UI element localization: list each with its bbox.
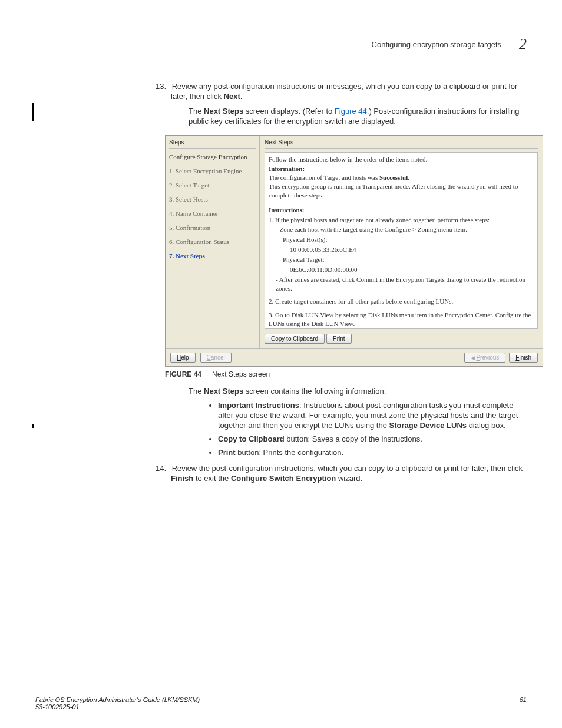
header-title: Configuring encryption storage targets — [372, 40, 501, 49]
wizard-step-7: 7. Next Steps — [169, 249, 256, 263]
bullet-list: Important Instructions: Instructions abo… — [189, 401, 527, 457]
page: Configuring encryption storage targets 2… — [0, 0, 562, 484]
bullet-important-instructions: Important Instructions: Instructions abo… — [218, 401, 527, 431]
help-button[interactable]: HHelpelp — [170, 353, 196, 363]
cancel-button: CancelCancel — [200, 353, 232, 363]
copy-to-clipboard-button[interactable]: Copy to Clipboard — [265, 334, 325, 344]
instr-1a: - Zone each host with the target using t… — [269, 225, 534, 234]
instructions-heading: Instructions: — [269, 206, 534, 215]
wizard-step-3: 3. Select Hosts — [169, 192, 256, 206]
action-button-row: Copy to Clipboard Print — [265, 334, 538, 344]
steps-heading: Steps — [169, 139, 256, 149]
instructions-textbox: Follow the instructions below in the ord… — [265, 152, 538, 329]
wizard-steps-panel: Steps Configure Storage Encryption 1. Se… — [166, 136, 260, 348]
wizard-step-1: 1. Select Encryption Engine — [169, 164, 256, 178]
change-bar — [32, 424, 34, 428]
previous-button: ◀PreviousPrevious — [464, 353, 505, 363]
wizard-step-2: 2. Select Target — [169, 178, 256, 192]
wizard-bottom-bar: HHelpelp CancelCancel ◀PreviousPrevious … — [166, 348, 543, 366]
step-number: 13. — [156, 82, 170, 91]
info-lead: Follow the instructions below in the ord… — [269, 155, 534, 164]
bullet-copy: Copy to Clipboard button: Saves a copy o… — [218, 434, 527, 444]
step-number: 14. — [156, 464, 170, 473]
info-line-2: This encryption group is running in Tran… — [269, 182, 534, 200]
instr-1e: 0E:6C:00:11:0D:00:00:00 — [269, 265, 534, 274]
chapter-number: 2 — [519, 35, 527, 53]
bullet-print: Print button: Prints the configuration. — [218, 448, 527, 458]
page-footer: Fabric OS Encryption Administrator's Gui… — [35, 696, 527, 710]
figure-44-link[interactable]: Figure 44 — [335, 107, 367, 116]
instr-1b: Physical Host(s): — [269, 235, 534, 244]
instr-2: 2. Create target containers for all othe… — [269, 297, 534, 306]
figure-caption: FIGURE 44Next Steps screen — [165, 370, 527, 378]
instr-3: 3. Go to Disk LUN View by selecting Disk… — [269, 311, 534, 328]
instr-1: 1. If the physical hosts and target are … — [269, 216, 534, 225]
instr-1d: Physical Target: — [269, 255, 534, 264]
wizard-step-4: 4. Name Container — [169, 206, 256, 220]
change-bar — [32, 103, 34, 121]
step-14-text: Review the post-configuration instructio… — [171, 464, 523, 483]
finish-button[interactable]: FinishFinish — [509, 353, 538, 363]
page-header: Configuring encryption storage targets 2 — [35, 35, 527, 58]
wizard-content-panel: Next Steps Follow the instructions below… — [260, 136, 543, 348]
next-label: Next — [224, 92, 240, 101]
panel-title: Next Steps — [265, 139, 538, 149]
instr-1f: - After zones are created, click Commit … — [269, 275, 534, 293]
wizard-step-6: 6. Configuration Status — [169, 235, 256, 249]
info-line-1: The configuration of Target and hosts wa… — [269, 173, 534, 182]
step-14: 14. Review the post-configuration instru… — [171, 464, 527, 484]
instr-1c: 10:00:00:05:33:26:6C:E4 — [269, 245, 534, 254]
footer-left: Fabric OS Encryption Administrator's Gui… — [35, 696, 200, 710]
page-number: 61 — [520, 696, 527, 710]
next-steps-screenshot: Steps Configure Storage Encryption 1. Se… — [165, 135, 543, 367]
next-steps-intro: The Next Steps screen contains the follo… — [35, 387, 527, 397]
steps-group-label: Configure Storage Encryption — [169, 149, 256, 164]
step-13-desc: The Next Steps screen displays. (Refer t… — [171, 107, 527, 127]
figure-text: Next Steps screen — [212, 370, 270, 378]
wizard-step-5: 5. Confirmation — [169, 220, 256, 235]
figure-label: FIGURE 44 — [165, 370, 201, 378]
step-13: 13. Review any post-configuration instru… — [171, 82, 527, 127]
print-button[interactable]: Print — [326, 334, 352, 344]
information-heading: Information: — [269, 164, 534, 173]
step-13-text: Review any post-configuration instructio… — [171, 82, 517, 101]
